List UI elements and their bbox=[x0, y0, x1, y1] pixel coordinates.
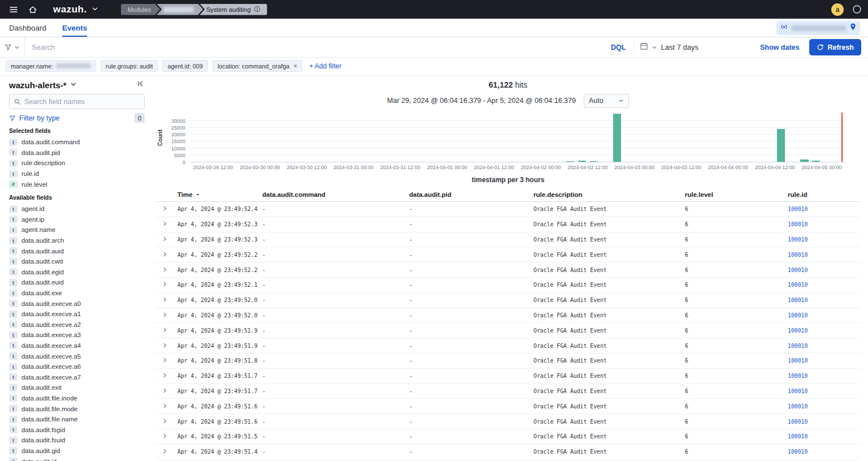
field-item[interactable]: tagent.ip bbox=[9, 214, 145, 225]
expand-row-icon[interactable] bbox=[156, 399, 173, 414]
field-item[interactable]: tdata.audit.egid bbox=[9, 267, 145, 278]
expand-row-icon[interactable] bbox=[156, 277, 173, 292]
column-command[interactable]: data.audit.command bbox=[258, 189, 405, 202]
interval-select[interactable]: Auto bbox=[584, 94, 629, 108]
field-item[interactable]: tdata.audit.execve.a4 bbox=[9, 341, 145, 351]
field-item[interactable]: trule.description bbox=[9, 158, 145, 169]
field-item[interactable]: tdata.audit.execve.a5 bbox=[9, 351, 145, 361]
agent-selector[interactable] bbox=[776, 21, 860, 35]
histogram-bar[interactable] bbox=[589, 161, 598, 162]
expand-row-icon[interactable] bbox=[156, 247, 173, 262]
expand-row-icon[interactable] bbox=[156, 338, 173, 354]
field-search-input[interactable] bbox=[24, 98, 140, 106]
info-icon[interactable] bbox=[254, 6, 261, 14]
search-input[interactable] bbox=[25, 37, 603, 57]
filter-pill[interactable]: location: command_orafga× bbox=[212, 60, 302, 72]
field-item[interactable]: trule.id bbox=[9, 169, 145, 179]
histogram-bar[interactable] bbox=[777, 129, 785, 162]
column-time[interactable]: Time bbox=[173, 189, 258, 202]
event-rule-id-link[interactable]: 100010 bbox=[788, 221, 808, 227]
event-rule-id-link[interactable]: 100010 bbox=[788, 373, 808, 379]
field-item[interactable]: #rule.level bbox=[9, 179, 145, 189]
field-item[interactable]: tdata.audit.euid bbox=[9, 277, 145, 288]
column-description[interactable]: rule.description bbox=[529, 189, 680, 202]
field-item[interactable]: tdata.audit.file.mode bbox=[9, 403, 145, 414]
tab-events[interactable]: Events bbox=[62, 19, 87, 37]
expand-row-icon[interactable] bbox=[156, 384, 173, 399]
tab-dashboard[interactable]: Dashboard bbox=[9, 19, 46, 37]
column-rule-id[interactable]: rule.id bbox=[783, 189, 860, 202]
event-rule-id-link[interactable]: 100010 bbox=[788, 403, 808, 410]
date-picker[interactable]: Last 7 days Show dates bbox=[634, 37, 805, 57]
event-rule-id-link[interactable]: 100010 bbox=[788, 343, 808, 349]
filter-pill[interactable]: manager.name: bbox=[6, 60, 96, 72]
expand-row-icon[interactable] bbox=[156, 353, 173, 368]
event-rule-id-link[interactable]: 100010 bbox=[788, 328, 808, 334]
event-rule-id-link[interactable]: 100010 bbox=[788, 267, 808, 273]
field-item[interactable]: tdata.audit.exe bbox=[9, 288, 145, 299]
home-icon[interactable] bbox=[26, 3, 40, 16]
histogram-bar[interactable] bbox=[578, 161, 587, 162]
expand-row-icon[interactable] bbox=[156, 414, 173, 429]
menu-icon[interactable] bbox=[7, 3, 20, 16]
histogram-bar[interactable] bbox=[613, 114, 622, 162]
event-rule-id-link[interactable]: 100010 bbox=[788, 312, 808, 318]
field-item[interactable]: tdata.audit.gid bbox=[9, 446, 145, 456]
field-item[interactable]: tagent.name bbox=[9, 225, 145, 235]
event-rule-id-link[interactable]: 100010 bbox=[788, 297, 808, 303]
field-item[interactable]: tagent.id bbox=[9, 204, 145, 214]
field-item[interactable]: tdata.audit.execve.a3 bbox=[9, 330, 145, 341]
field-item[interactable]: tdata.audit.file.inode bbox=[9, 393, 145, 404]
wazuh-logo[interactable]: wazuh. bbox=[53, 4, 98, 15]
event-rule-id-link[interactable]: 100010 bbox=[788, 388, 808, 394]
expand-row-icon[interactable] bbox=[156, 429, 173, 444]
remove-filter-icon[interactable]: × bbox=[293, 62, 297, 70]
collapse-sidebar-icon[interactable] bbox=[137, 80, 145, 90]
query-language-button[interactable]: DQL bbox=[603, 37, 633, 57]
histogram-bar[interactable] bbox=[566, 161, 575, 162]
event-rule-id-link[interactable]: 100010 bbox=[788, 419, 808, 425]
filter-by-type-toggle[interactable]: Filter by type bbox=[9, 114, 60, 122]
field-item[interactable]: tdata.audit.auid bbox=[9, 245, 145, 256]
field-item[interactable]: tdata.audit.execve.a2 bbox=[9, 320, 145, 330]
filter-pill[interactable]: agent.id: 009 bbox=[162, 60, 207, 72]
event-rule-id-link[interactable]: 100010 bbox=[788, 236, 808, 243]
field-item[interactable]: tdata.audit.execve.a0 bbox=[9, 298, 145, 309]
expand-row-icon[interactable] bbox=[156, 368, 173, 384]
time-range-value[interactable]: Last 7 days bbox=[661, 43, 698, 51]
column-level[interactable]: rule.level bbox=[680, 189, 783, 202]
expand-row-icon[interactable] bbox=[156, 444, 173, 459]
breadcrumb-redacted[interactable] bbox=[157, 4, 203, 15]
avatar[interactable]: a bbox=[831, 3, 844, 16]
field-item[interactable]: tdata.audit.cwd bbox=[9, 256, 145, 267]
histogram-bar[interactable] bbox=[812, 161, 821, 162]
histogram-bar[interactable] bbox=[800, 160, 809, 162]
index-pattern-selector[interactable]: wazuh-alerts-* bbox=[9, 80, 77, 90]
field-item[interactable]: tdata.audit.fsgid bbox=[9, 424, 145, 435]
event-rule-id-link[interactable]: 100010 bbox=[788, 252, 808, 258]
column-pid[interactable]: data.audit.pid bbox=[405, 189, 529, 202]
event-rule-id-link[interactable]: 100010 bbox=[788, 449, 808, 455]
expand-row-icon[interactable] bbox=[156, 262, 173, 278]
event-rule-id-link[interactable]: 100010 bbox=[788, 206, 808, 212]
help-icon[interactable] bbox=[853, 5, 861, 14]
expand-row-icon[interactable] bbox=[156, 232, 173, 247]
show-dates-link[interactable]: Show dates bbox=[760, 44, 799, 51]
expand-row-icon[interactable] bbox=[156, 292, 173, 308]
field-item[interactable]: tdata.audit.pid bbox=[9, 148, 145, 158]
add-filter-link[interactable]: + Add filter bbox=[309, 62, 341, 70]
event-rule-id-link[interactable]: 100010 bbox=[788, 282, 808, 288]
refresh-button[interactable]: Refresh bbox=[809, 39, 861, 55]
field-search[interactable] bbox=[9, 94, 145, 109]
expand-row-icon[interactable] bbox=[156, 202, 173, 217]
field-item[interactable]: tdata.audit.file.name bbox=[9, 414, 145, 425]
event-rule-id-link[interactable]: 100010 bbox=[788, 357, 808, 364]
expand-row-icon[interactable] bbox=[156, 217, 173, 232]
field-item[interactable]: tdata.audit.execve.a1 bbox=[9, 309, 145, 320]
event-rule-id-link[interactable]: 100010 bbox=[788, 433, 808, 440]
expand-row-icon[interactable] bbox=[156, 308, 173, 323]
pin-icon[interactable] bbox=[849, 23, 857, 33]
saved-queries-button[interactable] bbox=[0, 37, 25, 57]
field-item[interactable]: tdata.audit.arch bbox=[9, 235, 145, 246]
field-item[interactable]: tdata.audit.execve.a6 bbox=[9, 361, 145, 372]
